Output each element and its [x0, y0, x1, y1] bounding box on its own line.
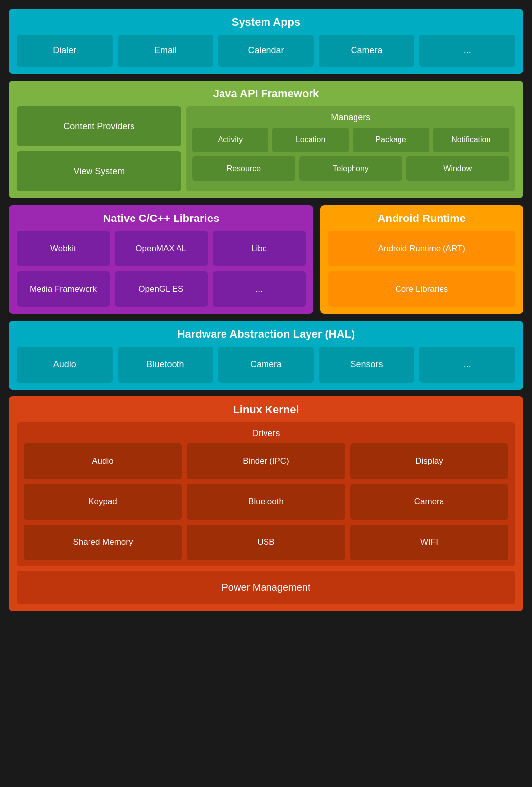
runtime-item-box: Android Runtime (ART) — [328, 231, 515, 266]
driver-box: Camera — [350, 484, 508, 520]
driver-box: Keypad — [24, 484, 182, 520]
driver-box: USB — [187, 525, 345, 560]
native-lib-box: OpenGL ES — [115, 271, 208, 307]
native-cpp-layer: Native C/C++ Libraries WebkitOpenMAX ALL… — [9, 205, 313, 314]
hal-item-box: Audio — [17, 347, 113, 383]
system-app-box: Dialer — [17, 35, 113, 67]
drivers-grid: AudioBinder (IPC)DisplayKeypadBluetoothC… — [24, 443, 508, 560]
drivers-title: Drivers — [24, 428, 508, 438]
hal-title: Hardware Abstraction Layer (HAL) — [17, 328, 515, 341]
system-app-box: Email — [118, 35, 214, 67]
view-system-box: View System — [17, 151, 181, 191]
hal-item-box: Camera — [218, 347, 314, 383]
driver-box: Bluetooth — [187, 484, 345, 520]
system-apps-grid: DialerEmailCalendarCamera... — [17, 35, 515, 67]
manager-box: Resource — [192, 156, 295, 181]
system-app-box: Camera — [319, 35, 415, 67]
manager-box: Activity — [192, 128, 268, 152]
driver-box: Shared Memory — [24, 525, 182, 560]
java-api-inner: Content Providers View System Managers A… — [17, 106, 515, 191]
system-apps-title: System Apps — [17, 16, 515, 29]
manager-box: Notification — [433, 128, 509, 152]
native-cpp-title: Native C/C++ Libraries — [17, 212, 306, 225]
native-lib-box: Libc — [213, 231, 306, 266]
android-runtime-layer: Android Runtime Android Runtime (ART)Cor… — [320, 205, 523, 314]
manager-box: Location — [272, 128, 349, 152]
native-lib-box: ... — [213, 271, 306, 307]
managers-row-1: ActivityLocationPackageNotification — [192, 128, 509, 152]
middle-row: Native C/C++ Libraries WebkitOpenMAX ALL… — [9, 205, 523, 314]
java-api-layer: Java API Framework Content Providers Vie… — [9, 81, 523, 198]
system-app-box: ... — [419, 35, 515, 67]
java-api-left: Content Providers View System — [17, 106, 181, 191]
hal-grid: AudioBluetoothCameraSensors... — [17, 347, 515, 383]
driver-box: Binder (IPC) — [187, 443, 345, 479]
native-lib-box: OpenMAX AL — [115, 231, 208, 266]
runtime-grid: Android Runtime (ART)Core Libraries — [328, 231, 515, 307]
native-lib-box: Media Framework — [17, 271, 110, 307]
system-apps-layer: System Apps DialerEmailCalendarCamera... — [9, 9, 523, 74]
native-lib-box: Webkit — [17, 231, 110, 266]
driver-box: WIFI — [350, 525, 508, 560]
managers-title: Managers — [192, 112, 509, 123]
manager-box: Package — [353, 128, 429, 152]
hal-item-box: Bluetooth — [118, 347, 214, 383]
managers-row-2: ResourceTelephonyWindow — [192, 156, 509, 181]
managers-section: Managers ActivityLocationPackageNotifica… — [186, 106, 515, 191]
linux-kernel-title: Linux Kernel — [17, 403, 515, 416]
java-api-title: Java API Framework — [17, 87, 515, 100]
manager-box: Window — [406, 156, 509, 181]
android-runtime-title: Android Runtime — [328, 212, 515, 225]
runtime-item-box: Core Libraries — [328, 271, 515, 307]
manager-box: Telephony — [299, 156, 402, 181]
driver-box: Audio — [24, 443, 182, 479]
native-grid: WebkitOpenMAX ALLibcMedia FrameworkOpenG… — [17, 231, 306, 307]
content-providers-box: Content Providers — [17, 106, 181, 146]
hal-layer: Hardware Abstraction Layer (HAL) AudioBl… — [9, 321, 523, 390]
hal-item-box: ... — [419, 347, 515, 383]
driver-box: Display — [350, 443, 508, 479]
linux-kernel-layer: Linux Kernel Drivers AudioBinder (IPC)Di… — [9, 396, 523, 611]
system-app-box: Calendar — [218, 35, 314, 67]
drivers-section: Drivers AudioBinder (IPC)DisplayKeypadBl… — [17, 422, 515, 566]
hal-item-box: Sensors — [319, 347, 415, 383]
power-management: Power Management — [17, 571, 515, 604]
